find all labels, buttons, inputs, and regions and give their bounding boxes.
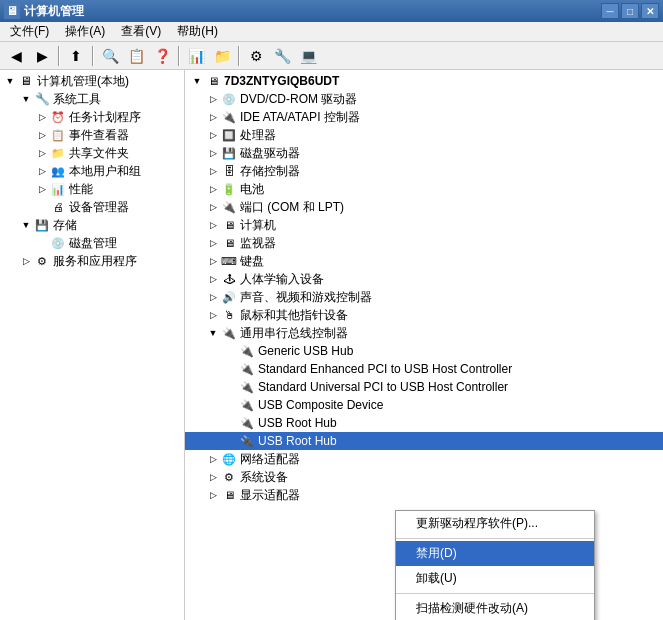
- generic-hub-icon: 🔌: [239, 343, 255, 359]
- right-item-ide[interactable]: ▷ 🔌 IDE ATA/ATAPI 控制器: [185, 108, 663, 126]
- right-item-enhanced-ctrl[interactable]: 🔌 Standard Enhanced PCI to USB Host Cont…: [185, 360, 663, 378]
- expand-header: ▼: [189, 73, 205, 89]
- expand-hid: ▷: [205, 271, 221, 287]
- menu-view[interactable]: 查看(V): [113, 21, 169, 42]
- toolbar-btn-7[interactable]: 🔧: [270, 45, 294, 67]
- usb-root-hub-1-label: USB Root Hub: [258, 416, 337, 430]
- tree-item-task-scheduler[interactable]: ▷ ⏰ 任务计划程序: [0, 108, 184, 126]
- right-item-dvd[interactable]: ▷ 💿 DVD/CD-ROM 驱动器: [185, 90, 663, 108]
- audio-icon: 🔊: [221, 289, 237, 305]
- right-item-computer[interactable]: ▷ 🖥 计算机: [185, 216, 663, 234]
- expand-audio: ▷: [205, 289, 221, 305]
- show-hide-button[interactable]: 🔍: [98, 45, 122, 67]
- right-item-disk[interactable]: ▷ 💾 磁盘驱动器: [185, 144, 663, 162]
- toolbar-btn-4[interactable]: 📊: [184, 45, 208, 67]
- tree-item-performance[interactable]: ▷ 📊 性能: [0, 180, 184, 198]
- task-scheduler-icon: ⏰: [50, 109, 66, 125]
- tree-item-disk-mgmt[interactable]: 💿 磁盘管理: [0, 234, 184, 252]
- right-item-composite[interactable]: 🔌 USB Composite Device: [185, 396, 663, 414]
- monitor-icon: 🖥: [221, 235, 237, 251]
- right-item-cpu[interactable]: ▷ 🔲 处理器: [185, 126, 663, 144]
- root-label: 计算机管理(本地): [37, 73, 129, 90]
- context-update-driver[interactable]: 更新驱动程序软件(P)...: [396, 511, 594, 536]
- right-item-universal-ctrl[interactable]: 🔌 Standard Universal PCI to USB Host Con…: [185, 378, 663, 396]
- storage-icon: 💾: [34, 217, 50, 233]
- forward-button[interactable]: ▶: [30, 45, 54, 67]
- tree-item-event-viewer[interactable]: ▷ 📋 事件查看器: [0, 126, 184, 144]
- toolbar-btn-6[interactable]: ⚙: [244, 45, 268, 67]
- right-item-battery[interactable]: ▷ 🔋 电池: [185, 180, 663, 198]
- system-tools-label: 系统工具: [53, 91, 101, 108]
- tree-item-device-manager[interactable]: 🖨 设备管理器: [0, 198, 184, 216]
- right-item-usb-root-hub-1[interactable]: 🔌 USB Root Hub: [185, 414, 663, 432]
- network-label: 网络适配器: [240, 451, 300, 468]
- right-panel-header[interactable]: ▼ 🖥 7D3ZNTYGIQB6UDT: [185, 72, 663, 90]
- menu-file[interactable]: 文件(F): [2, 21, 57, 42]
- right-item-network[interactable]: ▷ 🌐 网络适配器: [185, 450, 663, 468]
- expand-mouse: ▷: [205, 307, 221, 323]
- maximize-button[interactable]: □: [621, 3, 639, 19]
- right-item-mouse[interactable]: ▷ 🖱 鼠标和其他指针设备: [185, 306, 663, 324]
- right-item-audio[interactable]: ▷ 🔊 声音、视频和游戏控制器: [185, 288, 663, 306]
- tree-item-local-users[interactable]: ▷ 👥 本地用户和组: [0, 162, 184, 180]
- context-disable[interactable]: 禁用(D): [396, 541, 594, 566]
- right-item-keyboard[interactable]: ▷ ⌨ 键盘: [185, 252, 663, 270]
- context-uninstall[interactable]: 卸载(U): [396, 566, 594, 591]
- right-item-hid[interactable]: ▷ 🕹 人体学输入设备: [185, 270, 663, 288]
- left-panel[interactable]: ▼ 🖥 计算机管理(本地) ▼ 🔧 系统工具 ▷ ⏰ 任务计划程序 ▷ 📋 事件…: [0, 70, 185, 620]
- right-item-usb-root-hub-2[interactable]: 🔌 USB Root Hub: [185, 432, 663, 450]
- monitor-label: 监视器: [240, 235, 276, 252]
- expand-dvd: ▷: [205, 91, 221, 107]
- ide-label: IDE ATA/ATAPI 控制器: [240, 109, 360, 126]
- menu-help[interactable]: 帮助(H): [169, 21, 226, 42]
- toolbar-btn-8[interactable]: 💻: [296, 45, 320, 67]
- toolbar-btn-5[interactable]: 📁: [210, 45, 234, 67]
- composite-label: USB Composite Device: [258, 398, 383, 412]
- dvd-icon: 💿: [221, 91, 237, 107]
- right-item-monitor[interactable]: ▷ 🖥 监视器: [185, 234, 663, 252]
- tree-item-system-tools[interactable]: ▼ 🔧 系统工具: [0, 90, 184, 108]
- local-users-label: 本地用户和组: [69, 163, 141, 180]
- expand-task-scheduler: ▷: [34, 109, 50, 125]
- expand-network: ▷: [205, 451, 221, 467]
- tree-item-root[interactable]: ▼ 🖥 计算机管理(本地): [0, 72, 184, 90]
- right-item-display[interactable]: ▷ 🖥 显示适配器: [185, 486, 663, 504]
- menu-action[interactable]: 操作(A): [57, 21, 113, 42]
- right-item-usb[interactable]: ▼ 🔌 通用串行总线控制器: [185, 324, 663, 342]
- up-button[interactable]: ⬆: [64, 45, 88, 67]
- right-panel[interactable]: ▼ 🖥 7D3ZNTYGIQB6UDT ▷ 💿 DVD/CD-ROM 驱动器 ▷…: [185, 70, 663, 620]
- expand-local-users: ▷: [34, 163, 50, 179]
- right-item-generic-hub[interactable]: 🔌 Generic USB Hub: [185, 342, 663, 360]
- expand-system-devices: ▷: [205, 469, 221, 485]
- device-manager-icon: 🖨: [50, 199, 66, 215]
- context-scan[interactable]: 扫描检测硬件改动(A): [396, 596, 594, 620]
- back-button[interactable]: ◀: [4, 45, 28, 67]
- expand-storage-ctrl: ▷: [205, 163, 221, 179]
- minimize-button[interactable]: ─: [601, 3, 619, 19]
- right-item-ports[interactable]: ▷ 🔌 端口 (COM 和 LPT): [185, 198, 663, 216]
- tree-item-services-apps[interactable]: ▷ ⚙ 服务和应用程序: [0, 252, 184, 270]
- window-title: 计算机管理: [24, 3, 84, 20]
- cpu-label: 处理器: [240, 127, 276, 144]
- keyboard-label: 键盘: [240, 253, 264, 270]
- tree-item-shared-folders[interactable]: ▷ 📁 共享文件夹: [0, 144, 184, 162]
- right-item-storage-ctrl[interactable]: ▷ 🗄 存储控制器: [185, 162, 663, 180]
- toolbar-btn-2[interactable]: 📋: [124, 45, 148, 67]
- expand-enhanced-ctrl: [223, 361, 239, 377]
- toolbar-sep-4: [238, 46, 240, 66]
- toolbar-btn-3[interactable]: ❓: [150, 45, 174, 67]
- expand-device-manager: [34, 199, 50, 215]
- expand-composite: [223, 397, 239, 413]
- expand-computer: ▷: [205, 217, 221, 233]
- computer-right-icon: 🖥: [221, 217, 237, 233]
- tree-item-storage[interactable]: ▼ 💾 存储: [0, 216, 184, 234]
- computer-icon: 🖥: [18, 73, 34, 89]
- expand-event-viewer: ▷: [34, 127, 50, 143]
- expand-root: ▼: [2, 73, 18, 89]
- right-item-system-devices[interactable]: ▷ ⚙ 系统设备: [185, 468, 663, 486]
- universal-ctrl-label: Standard Universal PCI to USB Host Contr…: [258, 380, 508, 394]
- local-users-icon: 👥: [50, 163, 66, 179]
- close-button[interactable]: ✕: [641, 3, 659, 19]
- storage-ctrl-icon: 🗄: [221, 163, 237, 179]
- expand-storage: ▼: [18, 217, 34, 233]
